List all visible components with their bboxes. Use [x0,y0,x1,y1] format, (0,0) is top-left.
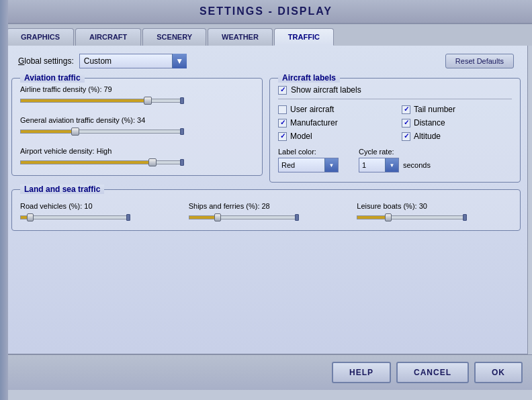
leisure-slider-thumb[interactable] [385,213,392,221]
cycle-rate-row: 1 ▼ seconds [359,158,431,172]
road-slider-thumb[interactable] [27,213,34,221]
ships-slider-bg [189,215,296,219]
leisure-slider-end [463,214,467,221]
road-vehicles-label: Road vehicles (%): 10 [20,202,175,210]
label-color-col: Label color: Red ▼ [278,148,339,172]
general-aviation-slider[interactable] [20,127,181,136]
land-sea-traffic-section: Land and sea traffic Road vehicles (%): … [11,189,521,231]
general-aviation-label: General aviation traffic density (%): 34 [20,116,254,124]
altitude-item: Altitude [402,132,512,141]
leisure-boats-label: Leisure boats (%): 30 [357,202,512,210]
general-slider-thumb[interactable] [71,128,79,136]
leisure-slider-bg [357,215,464,219]
global-settings-label: Global settings: [18,56,74,66]
aviation-traffic-title: Aviation traffic [20,73,85,83]
airline-slider-bg [20,99,181,103]
road-slider-bg [20,215,128,219]
global-settings-left: Global settings: Custom ▼ [18,54,187,68]
model-label: Model [290,132,312,141]
tab-graphics[interactable]: GRAPHICS [7,28,74,46]
land-sea-sliders: Road vehicles (%): 10 Ships and ferries … [20,197,512,222]
altitude-checkbox[interactable] [402,132,410,141]
tab-scenery[interactable]: SCENERY [142,28,206,46]
road-vehicles-slider[interactable] [20,213,128,222]
tail-number-checkbox[interactable] [402,105,410,114]
tail-number-label: Tail number [414,105,455,114]
show-aircraft-labels-checkbox[interactable] [278,86,287,95]
aviation-traffic-section: Aviation traffic Airline traffic density… [11,78,263,176]
distance-label: Distance [414,118,445,128]
road-vehicles-col: Road vehicles (%): 10 [20,202,175,222]
tail-number-item: Tail number [402,105,512,114]
cycle-rate-col: Cycle rate: 1 ▼ seconds [359,148,431,172]
title-bar: SETTINGS - DISPLAY [0,0,532,24]
airline-traffic-slider[interactable] [20,96,181,105]
cycle-rate-value: 1 [359,161,385,169]
model-item: Model [278,132,388,141]
global-settings-row: Global settings: Custom ▼ Reset Defaults [11,52,521,70]
general-slider-bg [20,130,181,134]
user-aircraft-item: User aircraft [278,105,388,114]
leisure-boats-slider[interactable] [357,213,464,222]
ships-ferries-col: Ships and ferries (%): 28 [189,202,344,222]
ships-ferries-slider[interactable] [189,213,296,222]
aircraft-labels-section: Aircraft labels Show aircraft labels Use… [269,78,521,183]
bottom-bar: HELP CANCEL OK [0,354,532,390]
aircraft-labels-title: Aircraft labels [278,73,340,83]
cycle-rate-dropdown[interactable]: 1 ▼ [359,158,399,172]
tab-traffic[interactable]: TRAFFIC [274,28,334,46]
manufacturer-checkbox[interactable] [278,119,287,128]
distance-item: Distance [402,118,512,128]
help-button[interactable]: HELP [332,362,391,383]
airport-slider-bg [20,160,181,164]
reset-defaults-button[interactable]: Reset Defaults [445,54,514,68]
distance-checkbox[interactable] [402,119,410,128]
ships-slider-thumb[interactable] [214,213,221,221]
user-aircraft-checkbox[interactable] [278,105,287,114]
cycle-rate-label: Cycle rate: [359,148,431,156]
ships-slider-end [295,214,299,221]
label-color-cycle-row: Label color: Red ▼ Cycle rate: 1 ▼ secon… [278,148,512,172]
airport-slider-thumb[interactable] [148,158,157,166]
aircraft-labels-checkboxes: User aircraft Tail number Manufacturer D… [278,105,512,141]
airport-slider-end [180,159,184,166]
seconds-label: seconds [403,161,431,169]
airline-traffic-slider-row: Airline traffic density (%): 79 [20,85,254,105]
label-color-value: Red [279,161,324,169]
show-aircraft-labels-text: Show aircraft labels [291,85,361,95]
tab-weather[interactable]: WEATHER [208,28,273,46]
road-slider-end [126,214,130,221]
airport-vehicle-label: Airport vehicle density: High [20,147,254,155]
show-aircraft-labels-row: Show aircraft labels [278,85,512,99]
cycle-rate-arrow-icon[interactable]: ▼ [385,158,398,172]
label-color-label: Label color: [278,148,339,156]
general-aviation-slider-row: General aviation traffic density (%): 34 [20,116,254,136]
airline-traffic-label: Airline traffic density (%): 79 [20,85,254,93]
model-checkbox[interactable] [278,132,287,141]
left-strip [0,0,8,400]
leisure-boats-col: Leisure boats (%): 30 [357,202,512,222]
label-color-arrow-icon[interactable]: ▼ [324,158,338,172]
airline-slider-end [180,97,184,104]
tab-aircraft[interactable]: AIRCRAFT [75,28,141,46]
user-aircraft-label: User aircraft [290,105,334,114]
ships-ferries-label: Ships and ferries (%): 28 [189,202,344,210]
window-title: SETTINGS - DISPLAY [200,5,332,17]
airport-vehicle-slider-row: Airport vehicle density: High [20,147,254,167]
altitude-label: Altitude [414,132,441,141]
global-settings-select[interactable]: Custom [79,54,187,68]
global-settings-dropdown[interactable]: Custom ▼ [79,54,187,68]
ok-button[interactable]: OK [474,362,523,383]
main-content: Global settings: Custom ▼ Reset Defaults… [4,46,528,354]
cancel-button[interactable]: CANCEL [396,362,469,383]
tab-bar: GRAPHICS AIRCRAFT SCENERY WEATHER TRAFFI… [0,24,532,46]
airport-vehicle-slider[interactable] [20,158,181,167]
label-color-dropdown[interactable]: Red ▼ [278,158,339,172]
airline-slider-thumb[interactable] [144,97,152,105]
manufacturer-label: Manufacturer [290,118,338,128]
general-slider-end [180,128,184,135]
manufacturer-item: Manufacturer [278,118,388,128]
land-sea-title: Land and sea traffic [20,185,104,194]
